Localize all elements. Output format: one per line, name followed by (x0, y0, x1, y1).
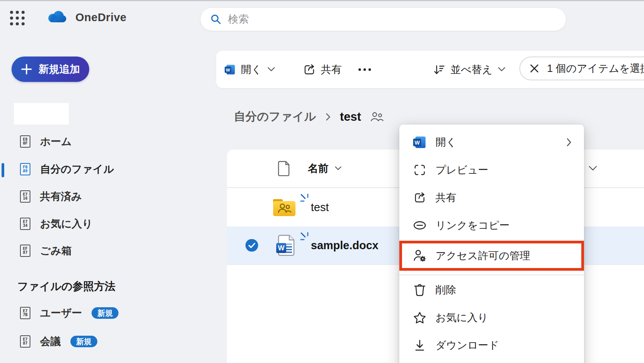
sidebar-item-label: お気に入り (40, 217, 93, 231)
sort-button[interactable]: 並べ替え (434, 51, 506, 88)
word-document-icon: W (276, 235, 295, 256)
my-files-icon: F0A9 (20, 163, 30, 175)
menu-item-open[interactable]: W 開く (399, 128, 584, 156)
click-indicator-icon (300, 193, 310, 203)
submenu-chevron-icon (566, 138, 572, 147)
menu-item-preview[interactable]: プレビュー (399, 156, 584, 184)
search-input[interactable]: 検索 (200, 7, 566, 31)
word-icon: W (225, 64, 235, 75)
breadcrumb-current: test (340, 110, 361, 124)
selection-count-label: 1 個のアイテムを選択 (547, 62, 644, 75)
sidebar-item-recycle-bin[interactable]: EF87 ごみ箱 (20, 242, 72, 259)
chevron-down-icon (335, 166, 342, 171)
sidebar-item-label: ホーム (40, 135, 72, 148)
open-button[interactable]: W 開く (225, 51, 275, 88)
sidebar-item-shared[interactable]: E716 共有済み (20, 188, 82, 205)
window-top-edge (0, 0, 644, 1)
sort-icon (434, 64, 445, 75)
share-button[interactable]: 共有 (303, 51, 342, 88)
column-options-chevron-icon[interactable] (589, 166, 597, 171)
search-placeholder: 検索 (228, 12, 249, 26)
home-icon: E80F (20, 135, 30, 148)
sidebar-item-label: ユーザー (40, 306, 82, 320)
sidebar-item-label: 会議 (40, 335, 61, 348)
share-icon (303, 63, 315, 76)
more-options-icon (358, 68, 372, 72)
menu-item-delete[interactable]: 削除 (399, 276, 584, 304)
search-icon (210, 14, 221, 25)
add-new-button[interactable]: 新規追加 (12, 57, 89, 82)
document-column-icon (278, 161, 291, 176)
sidebar-section-header: ファイルの参照方法 (17, 279, 115, 294)
recycle-bin-icon: EF87 (20, 245, 30, 257)
sidebar-item-label: 自分のファイル (40, 162, 114, 176)
new-badge: 新規 (92, 307, 118, 319)
favorite-star-icon (412, 311, 427, 324)
delete-icon (412, 283, 427, 296)
selection-count-pill[interactable]: 1 個のアイテムを選択 (519, 57, 644, 80)
click-indicator-icon (300, 232, 310, 242)
new-badge: 新規 (70, 336, 97, 347)
preview-icon (412, 164, 427, 176)
name-column-header[interactable]: 名前 (308, 162, 342, 175)
share-label: 共有 (321, 63, 342, 77)
app-launcher-icon[interactable] (10, 11, 25, 26)
svg-text:W: W (278, 244, 285, 252)
sidebar-item-people[interactable]: E77B ユーザー 新規 (20, 305, 118, 321)
chevron-down-icon (267, 67, 275, 72)
sidebar-item-home[interactable]: E80F ホーム (20, 133, 72, 150)
clear-selection-icon[interactable] (529, 63, 539, 73)
sidebar-item-my-files[interactable]: F0A9 自分のファイル (20, 161, 114, 178)
menu-item-copy-link[interactable]: リンクをコピー (399, 211, 584, 239)
sidebar-item-meetings[interactable]: E787 会議 新規 (20, 333, 97, 350)
meetings-icon: E787 (20, 335, 30, 348)
command-toolbar: W 開く 共有 (216, 51, 644, 88)
shared-people-icon (370, 112, 384, 122)
shared-folder-icon (273, 198, 295, 216)
more-options-button[interactable] (358, 51, 372, 88)
file-name[interactable]: test (311, 201, 329, 214)
menu-item-favorite[interactable]: お気に入り (399, 304, 584, 331)
sidebar-item-label: 共有済み (40, 190, 82, 203)
share-icon (412, 191, 427, 204)
file-name[interactable]: sample.docx (311, 239, 379, 252)
menu-item-share[interactable]: 共有 (399, 184, 584, 211)
onedrive-brand: OneDrive (46, 10, 127, 25)
redacted-user-block (14, 103, 69, 125)
breadcrumb: 自分のファイル test (234, 109, 384, 125)
sidebar-item-favorites[interactable]: E734 お気に入り (20, 215, 93, 232)
chevron-right-icon (325, 113, 331, 121)
add-new-label: 新規追加 (38, 62, 80, 76)
shared-icon: E716 (20, 190, 30, 203)
breadcrumb-parent[interactable]: 自分のファイル (234, 109, 316, 125)
copy-link-icon (412, 221, 427, 230)
sidebar-item-label: ごみ箱 (40, 244, 72, 258)
sort-label: 並べ替え (450, 63, 492, 77)
menu-separator (399, 275, 584, 275)
plus-icon (21, 63, 32, 75)
selected-checkmark-icon[interactable] (245, 239, 258, 252)
favorites-icon: E734 (20, 218, 30, 230)
open-label: 開く (241, 63, 262, 77)
menu-item-download[interactable]: ダウンロード (399, 331, 584, 359)
people-icon: E77B (20, 307, 30, 319)
svg-text:W: W (226, 67, 230, 72)
chevron-down-icon (498, 67, 506, 72)
menu-item-manage-access[interactable]: アクセス許可の管理 (399, 241, 584, 271)
sidebar-selection-indicator (2, 163, 4, 177)
app-title: OneDrive (75, 11, 127, 24)
svg-text:W: W (415, 140, 420, 146)
download-icon (412, 339, 427, 351)
onedrive-cloud-icon (46, 10, 68, 25)
context-menu: W 開く プレビュー 共有 (399, 125, 584, 363)
manage-access-icon (412, 249, 427, 262)
word-icon: W (412, 136, 427, 149)
